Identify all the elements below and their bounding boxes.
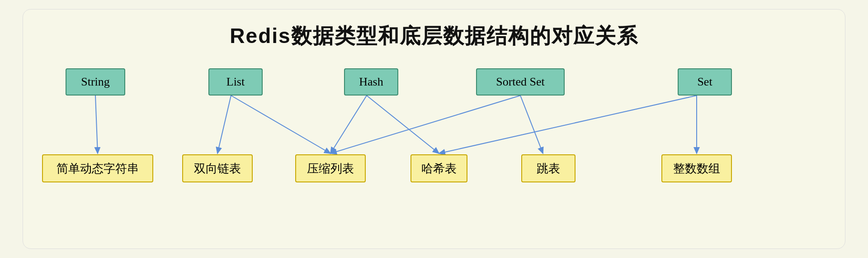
top-box-sortedset: Sorted Set: [476, 68, 565, 96]
page-title: Redis数据类型和底层数据结构的对应关系: [23, 10, 845, 50]
svg-line-7: [330, 96, 520, 153]
top-box-hash: Hash: [344, 68, 398, 96]
bottom-box-intset: 整数数组: [661, 154, 732, 182]
bottom-box-sds: 简单动态字符串: [42, 154, 153, 182]
bottom-box-hashtable: 哈希表: [410, 154, 467, 182]
svg-line-6: [520, 96, 543, 153]
bottom-box-linkedlist: 双向链表: [182, 154, 253, 182]
svg-line-2: [217, 96, 231, 153]
svg-line-3: [231, 96, 330, 153]
bottom-box-ziplist: 压缩列表: [295, 154, 366, 182]
main-container: Redis数据类型和底层数据结构的对应关系 StringListHashSort…: [23, 9, 845, 249]
top-box-list: List: [208, 68, 263, 96]
top-box-set: Set: [678, 68, 732, 96]
svg-line-1: [95, 96, 98, 153]
diagram-area: StringListHashSorted SetSet简单动态字符串双向链表压缩…: [23, 64, 845, 248]
top-box-string: String: [66, 68, 125, 96]
svg-line-8: [439, 96, 697, 153]
svg-line-5: [367, 96, 439, 153]
svg-line-4: [330, 96, 367, 153]
bottom-box-skiplist: 跳表: [521, 154, 576, 182]
